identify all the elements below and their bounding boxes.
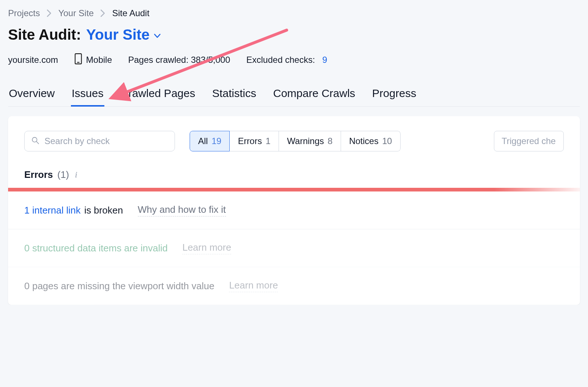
issue-row: 0 pages are missing the viewport width v… [8,267,580,305]
issue-rows: 1 internal link is brokenWhy and how to … [8,191,580,305]
filter-warnings-label: Warnings [287,136,324,146]
issue-link[interactable]: 1 internal link [24,205,80,216]
issue-row: 1 internal link is brokenWhy and how to … [8,191,580,229]
filter-errors-label: Errors [238,136,262,146]
search-icon [31,136,39,146]
info-domain: yoursite.com [8,55,58,65]
triggered-checks-dropdown[interactable]: Triggered che [494,131,564,151]
filter-all-label: All [198,136,208,146]
info-device-label: Mobile [86,55,112,65]
issue-link: 0 pages are missing the viewport width v… [24,280,214,292]
site-dropdown-label: Your Site [86,26,150,43]
issue-text: 0 structured data items are invalid [24,243,168,254]
breadcrumb-your-site[interactable]: Your Site [58,8,94,18]
card-controls: All 19 Errors 1 Warnings 8 Notices 10 Tr… [8,116,580,160]
filter-notices-count: 10 [382,136,392,146]
breadcrumb: Projects Your Site Site Audit [8,8,580,18]
filter-all[interactable]: All 19 [190,131,230,151]
chevron-right-icon [47,10,52,17]
issue-help-link[interactable]: Why and how to fix it [138,204,226,216]
tab-progress[interactable]: Progress [372,87,417,106]
filter-errors[interactable]: Errors 1 [230,131,279,151]
errors-section-label: Errors [24,169,53,180]
filter-all-count: 19 [212,136,222,146]
errors-section-heading: Errors (1) i [8,160,580,188]
mobile-icon [74,53,82,67]
info-excluded: Excluded checks: 9 [246,55,327,65]
search-input-wrap[interactable] [24,131,175,151]
tab-issues[interactable]: Issues [71,87,104,106]
issue-row: 0 structured data items are invalidLearn… [8,229,580,267]
tab-statistics[interactable]: Statistics [211,87,257,106]
issue-text: 1 internal link is broken [24,205,123,216]
issue-text: 0 pages are missing the viewport width v… [24,280,214,292]
issue-text-rest: is broken [84,205,123,216]
info-icon[interactable]: i [74,170,78,180]
tabs: Overview Issues Crawled Pages Statistics… [8,87,580,107]
filter-errors-count: 1 [266,136,270,146]
page-title: Site Audit: [8,26,81,43]
tab-crawled-pages[interactable]: Crawled Pages [120,87,196,106]
svg-line-3 [36,141,39,144]
filter-warnings-count: 8 [328,136,333,146]
filter-warnings[interactable]: Warnings 8 [279,131,341,151]
info-device: Mobile [74,53,112,67]
errors-stripe [8,188,580,191]
breadcrumb-projects[interactable]: Projects [8,8,40,18]
tab-compare-crawls[interactable]: Compare Crawls [272,87,356,106]
filter-notices[interactable]: Notices 10 [341,131,401,151]
info-excluded-count[interactable]: 9 [322,55,327,65]
issue-help-link[interactable]: Learn more [229,280,278,292]
chevron-right-icon [100,10,105,17]
issues-card: All 19 Errors 1 Warnings 8 Notices 10 Tr… [8,116,580,305]
breadcrumb-site-audit: Site Audit [112,8,149,18]
info-row: yoursite.com Mobile Pages crawled: 383/5… [8,53,580,67]
chevron-down-icon [153,26,161,43]
info-excluded-label: Excluded checks: [246,55,315,65]
errors-section-count: (1) [57,169,69,180]
issue-help-link[interactable]: Learn more [182,242,231,254]
filter-notices-label: Notices [349,136,379,146]
search-input[interactable] [44,136,168,146]
info-crawled: Pages crawled: 383/5,000 [128,55,230,65]
issue-link[interactable]: 0 structured data items are invalid [24,243,168,254]
filter-segment: All 19 Errors 1 Warnings 8 Notices 10 [190,131,401,151]
site-dropdown[interactable]: Your Site [86,26,162,43]
page-title-row: Site Audit: Your Site [8,26,580,43]
tab-overview[interactable]: Overview [8,87,55,106]
